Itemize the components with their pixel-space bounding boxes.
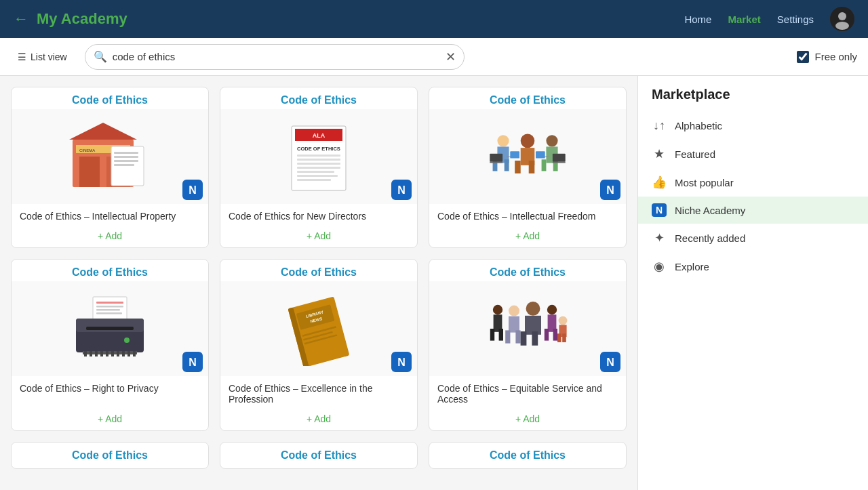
sidebar-item-most-popular-label: Most popular bbox=[675, 177, 734, 188]
partial-card-2: Code of Ethics bbox=[220, 442, 418, 469]
svg-rect-90 bbox=[505, 330, 510, 343]
card-3-image: N bbox=[429, 109, 626, 204]
list-view-button[interactable]: ☰ List view bbox=[11, 47, 74, 66]
card-6-add-button[interactable]: + Add bbox=[515, 413, 540, 424]
back-button[interactable]: ← bbox=[14, 10, 28, 28]
svg-rect-23 bbox=[297, 167, 340, 169]
svg-rect-26 bbox=[297, 179, 331, 181]
svg-point-1 bbox=[838, 12, 846, 20]
svg-rect-102 bbox=[557, 333, 561, 342]
svg-point-96 bbox=[547, 305, 557, 314]
svg-rect-34 bbox=[490, 162, 502, 163]
clear-search-button[interactable]: ✕ bbox=[446, 51, 456, 63]
card-6-footer: + Add bbox=[429, 407, 626, 430]
sidebar-item-recently-added[interactable]: ✦ Recently added bbox=[638, 224, 868, 252]
nav-home[interactable]: Home bbox=[684, 14, 711, 25]
card-6-title: Code of Ethics bbox=[429, 260, 626, 281]
svg-point-35 bbox=[546, 135, 557, 146]
card-4-footer: + Add bbox=[12, 407, 208, 430]
svg-rect-70 bbox=[127, 351, 130, 356]
svg-text:N: N bbox=[397, 356, 406, 368]
svg-rect-53 bbox=[96, 306, 123, 308]
search-icon: 🔍 bbox=[94, 50, 107, 63]
niche-badge-3: N bbox=[600, 180, 620, 200]
svg-rect-45 bbox=[515, 161, 521, 173]
svg-text:N: N bbox=[189, 184, 197, 196]
svg-point-84 bbox=[493, 305, 502, 314]
svg-rect-67 bbox=[111, 351, 114, 356]
card-5-add-button[interactable]: + Add bbox=[307, 413, 331, 424]
sidebar-item-featured[interactable]: ★ Featured bbox=[638, 140, 868, 168]
svg-rect-40 bbox=[553, 162, 566, 163]
svg-rect-10 bbox=[114, 152, 138, 154]
svg-text:CINEMA: CINEMA bbox=[79, 148, 95, 152]
card-5-footer: + Add bbox=[220, 407, 417, 430]
niche-badge-5: N bbox=[391, 352, 412, 372]
sidebar-item-explore-label: Explore bbox=[675, 261, 709, 272]
card-1: Code of Ethics CINEMA bbox=[11, 87, 209, 248]
svg-rect-64 bbox=[95, 351, 98, 356]
card-2-footer: + Add bbox=[220, 224, 417, 247]
svg-rect-103 bbox=[562, 333, 566, 342]
svg-point-29 bbox=[497, 135, 509, 146]
sidebar-item-featured-label: Featured bbox=[675, 148, 715, 160]
partial-card-1: Code of Ethics bbox=[11, 442, 209, 469]
sidebar-title: Marketplace bbox=[638, 87, 868, 112]
card-6-subtitle: Code of Ethics – Equitable Service and A… bbox=[429, 376, 626, 407]
header: ← My Academy Home Market Settings bbox=[0, 0, 868, 38]
content-wrapper: Code of Ethics CINEMA bbox=[0, 76, 637, 490]
main-layout: Code of Ethics CINEMA bbox=[0, 76, 868, 490]
svg-rect-65 bbox=[100, 351, 103, 356]
card-1-subtitle: Code of Ethics – Intellectual Property bbox=[12, 204, 208, 224]
recently-added-icon: ✦ bbox=[652, 230, 667, 245]
nav-settings[interactable]: Settings bbox=[777, 14, 814, 25]
user-avatar[interactable] bbox=[830, 7, 854, 31]
free-only-label[interactable]: Free only bbox=[797, 51, 857, 63]
svg-rect-86 bbox=[490, 329, 494, 341]
free-only-checkbox[interactable] bbox=[797, 51, 809, 63]
svg-rect-24 bbox=[297, 171, 334, 173]
card-2-title: Code of Ethics bbox=[220, 87, 417, 109]
svg-rect-33 bbox=[490, 154, 502, 162]
niche-badge-1: N bbox=[182, 180, 203, 200]
svg-rect-25 bbox=[297, 175, 338, 177]
list-view-icon: ☰ bbox=[18, 52, 26, 62]
svg-point-100 bbox=[559, 317, 568, 325]
partial-card-3: Code of Ethics bbox=[429, 442, 627, 469]
card-2-add-button[interactable]: + Add bbox=[307, 230, 331, 241]
svg-rect-98 bbox=[545, 329, 549, 341]
card-1-footer: + Add bbox=[12, 224, 208, 247]
sidebar-item-most-popular[interactable]: 👍 Most popular bbox=[638, 168, 868, 197]
svg-text:N: N bbox=[606, 184, 614, 196]
svg-text:ALA: ALA bbox=[313, 132, 326, 139]
card-6: Code of Ethics bbox=[429, 259, 627, 431]
svg-rect-55 bbox=[96, 312, 122, 314]
niche-badge-6: N bbox=[600, 352, 620, 372]
svg-rect-69 bbox=[122, 351, 125, 356]
card-5-subtitle: Code of Ethics – Excellence in the Profe… bbox=[220, 376, 417, 407]
card-5: Code of Ethics LIBRARY NEWS bbox=[220, 259, 418, 431]
search-input[interactable] bbox=[113, 51, 446, 62]
thumbs-up-icon: 👍 bbox=[652, 175, 667, 190]
card-4-add-button[interactable]: + Add bbox=[98, 413, 122, 424]
svg-rect-68 bbox=[117, 351, 119, 356]
star-icon: ★ bbox=[652, 146, 667, 161]
svg-marker-8 bbox=[69, 123, 137, 140]
sidebar-item-explore[interactable]: ◉ Explore bbox=[638, 252, 868, 281]
svg-rect-91 bbox=[515, 330, 520, 343]
card-3-add-button[interactable]: + Add bbox=[515, 230, 540, 241]
free-only-text: Free only bbox=[814, 51, 857, 62]
card-5-title: Code of Ethics bbox=[220, 260, 417, 281]
nav-market[interactable]: Market bbox=[728, 14, 760, 25]
sidebar-item-niche-academy[interactable]: N Niche Academy bbox=[638, 197, 868, 224]
partial-cards-row: Code of Ethics Code of Ethics Code of Et… bbox=[0, 442, 637, 480]
sidebar-item-alphabetic[interactable]: ↓↑ Alphabetic bbox=[638, 112, 868, 140]
niche-badge-2: N bbox=[391, 180, 412, 200]
card-1-add-button[interactable]: + Add bbox=[98, 230, 122, 241]
explore-icon: ◉ bbox=[652, 259, 667, 274]
svg-rect-99 bbox=[553, 329, 557, 341]
list-view-label: List view bbox=[31, 52, 67, 62]
card-3-footer: + Add bbox=[429, 224, 626, 247]
card-5-image: LIBRARY NEWS N bbox=[220, 281, 417, 376]
svg-rect-58 bbox=[86, 327, 134, 330]
